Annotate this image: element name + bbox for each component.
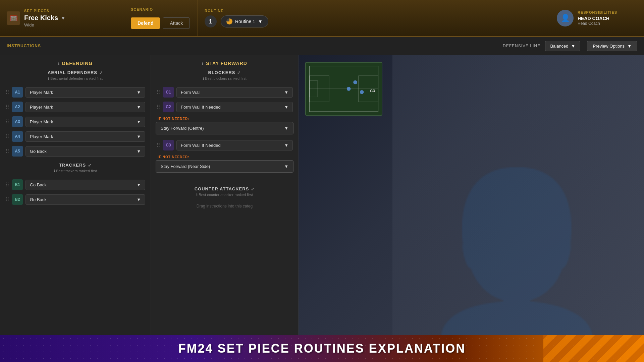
set-pieces-icon: 🥅 (7, 11, 20, 25)
tactical-board: C3 (305, 62, 382, 116)
player-row: ⠿ B2 Go Back▼ (0, 192, 151, 207)
scenario-section: SCENARIO Defend Attack (124, 0, 198, 36)
player-badge: B1 (12, 179, 23, 190)
drag-handle-icon[interactable]: ⠿ (5, 89, 9, 96)
drag-handle-icon[interactable]: ⠿ (5, 133, 9, 140)
chevron-down-icon: ▼ (571, 44, 576, 49)
resp-info: RESPONSIBILITIES HEAD COACH Head Coach (578, 10, 617, 26)
player-badge: C1 (163, 87, 174, 98)
aerial-defenders-hint: ℹ Best aerial defender ranked first (0, 76, 151, 81)
counter-attackers-title: COUNTER ATTACKERS ⤢ (151, 186, 298, 191)
trackers-title: TRACKERS ⤢ (0, 163, 151, 168)
chevron-down-icon: ▼ (137, 197, 141, 202)
player-badge: A4 (12, 131, 23, 142)
chevron-down-icon: ▼ (61, 15, 65, 21)
condition-dropdown-1[interactable]: Stay Forward (Centre) ▼ (156, 122, 293, 134)
set-pieces-dropdown[interactable]: Free Kicks ▼ (24, 14, 117, 22)
player-action-dropdown[interactable]: Form Wall▼ (176, 87, 293, 98)
resp-role: Head Coach (578, 21, 617, 26)
set-pieces-sub: Wide (24, 22, 117, 27)
player-action-dropdown[interactable]: Go Back▼ (25, 194, 145, 205)
player-badge: C3 (163, 140, 174, 150)
coach-background: C3 👤 (299, 55, 644, 335)
routine-section: ROUTINE 1 Routine 1 ▼ (198, 0, 550, 36)
player-badge: A5 (12, 146, 23, 157)
scenario-label: SCENARIO (131, 7, 153, 11)
player-action-dropdown[interactable]: Player Mark▼ (25, 102, 145, 112)
player-badge: C2 (163, 102, 174, 112)
player-row: ⠿ A5 Go Back▼ (0, 144, 151, 159)
drag-handle-icon[interactable]: ⠿ (5, 119, 9, 125)
preview-options-button[interactable]: Preview Options ▼ (587, 41, 637, 51)
routine-progress-icon (226, 18, 232, 24)
responsibilities-section: 👤 RESPONSIBILITIES HEAD COACH Head Coach (550, 0, 644, 36)
drag-handle-icon[interactable]: ⠿ (5, 104, 9, 110)
set-pieces-label: SET PIECES (24, 9, 117, 13)
instructions-label: INSTRUCTIONS (7, 44, 496, 48)
drag-handle-icon[interactable]: ⠿ (156, 104, 160, 110)
expand-icon[interactable]: ⤢ (99, 70, 103, 75)
banner-stripes (543, 335, 644, 362)
svg-point-5 (353, 80, 357, 84)
defend-button[interactable]: Defend (131, 17, 160, 29)
banner-text: FM24 SET PIECE ROUTINES EXPLANATION (178, 342, 466, 356)
info-icon: ℹ (58, 61, 59, 66)
stay-forward-header: ℹ STAY FORWARD (151, 61, 298, 66)
counter-attackers-section: COUNTER ATTACKERS ⤢ ℹ Best counter attac… (151, 179, 298, 215)
avatar: 👤 (557, 10, 574, 26)
routine-dropdown[interactable]: Routine 1 ▼ (221, 15, 268, 27)
attack-button[interactable]: Attack (163, 17, 190, 29)
trackers-hint: ℹ Best trackers ranked first (0, 169, 151, 173)
drag-handle-icon[interactable]: ⠿ (156, 89, 160, 96)
right-panel: C3 👤 (299, 55, 644, 335)
drag-handle-icon[interactable]: ⠿ (5, 196, 9, 203)
instructions-bar: INSTRUCTIONS DEFENSIVE LINE: Balanced ▼ … (0, 37, 644, 55)
chevron-down-icon: ▼ (627, 44, 632, 49)
routine-display: 1 Routine 1 ▼ (205, 15, 268, 27)
player-action-dropdown[interactable]: Form Wall If Needed▼ (176, 102, 293, 112)
defending-header: ℹ DEFENDING (0, 61, 151, 66)
defensive-line-dropdown[interactable]: Balanced ▼ (545, 41, 580, 51)
chevron-down-icon: ▼ (284, 105, 288, 110)
set-pieces-info: SET PIECES Free Kicks ▼ Wide (24, 9, 117, 27)
player-row: ⠿ A2 Player Mark▼ (0, 100, 151, 114)
chevron-down-icon: ▼ (258, 19, 263, 24)
player-row: ⠿ C2 Form Wall If Needed▼ (151, 100, 298, 114)
chevron-down-icon: ▼ (284, 164, 288, 169)
info-icon: ℹ (54, 169, 55, 173)
responsibilities-inner: 👤 RESPONSIBILITIES HEAD COACH Head Coach (557, 10, 617, 26)
defending-panel: ℹ DEFENDING AERIAL DEFENDERS ⤢ ℹ Best ae… (0, 55, 151, 335)
defensive-line-group: DEFENSIVE LINE: Balanced ▼ (503, 41, 580, 51)
drag-handle-icon[interactable]: ⠿ (5, 182, 9, 188)
stay-forward-title: STAY FORWARD (206, 61, 247, 66)
drag-handle-icon[interactable]: ⠿ (156, 142, 160, 148)
player-badge: B2 (12, 194, 23, 205)
player-action-dropdown[interactable]: Player Mark▼ (25, 87, 145, 98)
if-not-needed-label-2: IF NOT NEEDED: (151, 153, 298, 160)
player-row: ⠿ A3 Player Mark▼ (0, 114, 151, 129)
player-action-dropdown[interactable]: Form Wall If Needed▼ (176, 140, 293, 150)
blockers-title: BLOCKERS ⤢ (151, 70, 298, 75)
chevron-down-icon: ▼ (137, 90, 141, 95)
drag-handle-icon[interactable]: ⠿ (5, 148, 9, 155)
condition-dropdown-2[interactable]: Stay Forward (Near Side) ▼ (156, 160, 293, 173)
expand-icon[interactable]: ⤢ (88, 163, 92, 168)
player-action-dropdown[interactable]: Go Back▼ (25, 146, 145, 157)
routine-number: 1 (205, 15, 217, 27)
if-not-needed-label: IF NOT NEEDED: (151, 114, 298, 122)
aerial-defenders-title: AERIAL DEFENDERS ⤢ (0, 70, 151, 75)
stay-forward-panel: ℹ STAY FORWARD BLOCKERS ⤢ ℹ Best blocker… (151, 55, 299, 335)
player-badge: A3 (12, 116, 23, 127)
chevron-down-icon: ▼ (137, 182, 141, 187)
expand-icon[interactable]: ⤢ (251, 187, 255, 191)
expand-icon[interactable]: ⤢ (237, 70, 241, 75)
scenario-buttons: Defend Attack (131, 17, 190, 29)
resp-label: RESPONSIBILITIES (578, 10, 617, 14)
player-action-dropdown[interactable]: Go Back▼ (25, 180, 145, 190)
info-icon: ℹ (202, 61, 203, 66)
player-action-dropdown[interactable]: Player Mark▼ (25, 131, 145, 142)
player-action-dropdown[interactable]: Player Mark▼ (25, 117, 145, 127)
chevron-down-icon: ▼ (137, 149, 141, 154)
player-row: ⠿ A4 Player Mark▼ (0, 129, 151, 144)
chevron-down-icon: ▼ (284, 126, 288, 131)
